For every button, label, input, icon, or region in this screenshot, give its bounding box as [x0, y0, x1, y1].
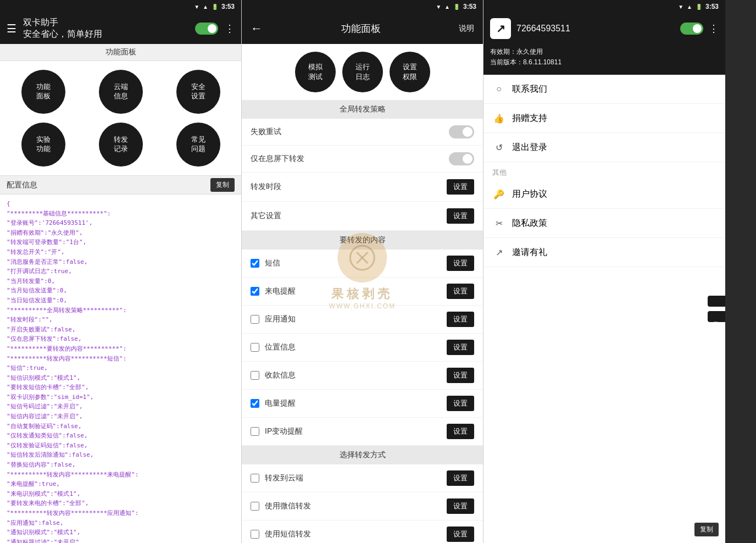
- location-checkbox[interactable]: [251, 343, 259, 352]
- contact-icon: ○: [492, 82, 505, 96]
- signal-icon-3: ▼: [678, 4, 683, 10]
- user-agreement-icon: 🔑: [492, 187, 505, 201]
- wifi-icon-2: ▲: [444, 4, 450, 10]
- p3-info-block: 有效期：永久使用 当前版本：8.6.11.10811: [483, 44, 725, 75]
- time-period-set-btn[interactable]: 设置: [447, 179, 474, 195]
- time-2: 3:53: [463, 3, 476, 10]
- sms-checkbox[interactable]: [251, 259, 259, 268]
- wechat-checkbox[interactable]: [251, 502, 259, 511]
- faq-btn[interactable]: 常见问题: [176, 123, 220, 167]
- function-icon-grid: 功能面板 云端信息 安全设置 实验功能 转发记录 常见问题: [0, 61, 241, 175]
- section-global-strategy: 全局转发策略: [242, 100, 483, 119]
- battery-checkbox[interactable]: [251, 399, 259, 408]
- contact-label: 联系我们: [512, 84, 547, 95]
- security-settings-btn[interactable]: 安全设置: [176, 70, 220, 114]
- invite-label: 邀请有礼: [512, 247, 547, 258]
- check-battery: 电量提醒 设置: [242, 390, 483, 418]
- logout-label: 退出登录: [512, 142, 547, 153]
- privacy-label: 隐私政策: [512, 218, 547, 229]
- invite-icon: ↗: [492, 246, 505, 259]
- panel-2: ▼ ▲ 🔋 3:53 ← 功能面板 说明 模拟测试 运行日志 设置权限 全局转发…: [242, 0, 483, 543]
- header-dots-icon[interactable]: ⋮: [225, 23, 235, 35]
- p3-menu: ○ 联系我们 👍 捐赠支持 ↺ 退出登录 其他 🔑 用户协议 ✂ 隐私政策 ↗ …: [483, 75, 725, 543]
- location-set-btn[interactable]: 设置: [447, 340, 474, 355]
- experimental-btn[interactable]: 实验功能: [21, 123, 65, 167]
- panel-3: ▼ ▲ 🔋 3:53 ↗ 72664593511 ⋮ 有效期：永久使用 当前版本…: [483, 0, 725, 543]
- notification-label: 应用通知: [265, 314, 447, 324]
- p3-app-logo: ↗: [490, 18, 511, 39]
- sms-forward-set-btn[interactable]: 设置: [447, 527, 474, 542]
- call-set-btn[interactable]: 设置: [447, 284, 474, 299]
- back-icon[interactable]: ←: [251, 21, 263, 36]
- p3-copy-button[interactable]: 复制: [694, 523, 719, 536]
- ip-set-btn[interactable]: 设置: [447, 424, 474, 439]
- call-label: 来电提醒: [265, 286, 447, 296]
- func-panel-btn[interactable]: 功能面板: [21, 70, 65, 114]
- p3-dots-icon[interactable]: ⋮: [709, 23, 719, 35]
- battery-icon-3: 🔋: [696, 4, 702, 10]
- check-sms: 短信 设置: [242, 250, 483, 278]
- cloud-label: 转发到云端: [265, 473, 447, 483]
- tabs-row: 模拟测试 运行日志 设置权限: [242, 44, 483, 100]
- donate-icon: 👍: [492, 112, 505, 125]
- signal-icon: ▼: [194, 4, 199, 10]
- status-bar-2: ▼ ▲ 🔋 3:53: [242, 0, 483, 13]
- sms-forward-checkbox[interactable]: [251, 530, 259, 539]
- menu-icon[interactable]: ☰: [7, 22, 16, 35]
- ip-label: IP变动提醒: [265, 426, 447, 436]
- other-set-btn[interactable]: 设置: [447, 208, 474, 224]
- menu-invite[interactable]: ↗ 邀请有礼: [483, 238, 725, 267]
- explain-btn[interactable]: 说明: [459, 24, 474, 34]
- forward-record-btn[interactable]: 转发记录: [99, 123, 143, 167]
- location-label: 位置信息: [265, 342, 447, 352]
- section-content: 要转发的内容: [242, 231, 483, 250]
- time-1: 3:53: [221, 3, 235, 10]
- check-ip: IP变动提醒 设置: [242, 418, 483, 446]
- wifi-icon-3: ▲: [687, 4, 692, 10]
- check-sms-forward: 使用短信转发 设置: [242, 520, 483, 543]
- panel-1: ▼ ▲ 🔋 3:53 ☰ 双卡助手 安全省心，简单好用 ⋮ 功能面板 功能面板 …: [0, 0, 242, 543]
- p2-content: 全局转发策略 失败重试 仅在息屏下转发 转发时段 设置 其它设置 设置 要转发的…: [242, 100, 483, 543]
- app-title: 双卡助手: [23, 17, 188, 29]
- side-security-btn[interactable]: 安全设置: [708, 296, 725, 307]
- cloud-set-btn[interactable]: 设置: [447, 470, 474, 486]
- menu-user-agreement[interactable]: 🔑 用户协议: [483, 180, 725, 209]
- main-toggle[interactable]: [195, 23, 218, 35]
- check-wechat: 使用微信转发 设置: [242, 492, 483, 520]
- sms-set-btn[interactable]: 设置: [447, 256, 474, 271]
- cloud-checkbox[interactable]: [251, 474, 259, 483]
- notification-set-btn[interactable]: 设置: [447, 312, 474, 327]
- battery-set-btn[interactable]: 设置: [447, 396, 474, 411]
- screen-off-label: 仅在息屏下转发: [251, 154, 449, 164]
- signal-icon-2: ▼: [436, 4, 441, 10]
- menu-privacy[interactable]: ✂ 隐私政策: [483, 209, 725, 238]
- tab-set-permissions[interactable]: 设置权限: [390, 52, 430, 92]
- logout-icon: ↺: [492, 141, 505, 154]
- screen-off-toggle[interactable]: [449, 152, 474, 165]
- wechat-label: 使用微信转发: [265, 501, 447, 511]
- wechat-set-btn[interactable]: 设置: [447, 498, 474, 514]
- check-call: 来电提醒 设置: [242, 278, 483, 306]
- config-section-header: 配置信息 复制: [0, 175, 241, 195]
- call-checkbox[interactable]: [251, 287, 259, 296]
- side-faq-btn[interactable]: 常见问题: [708, 311, 725, 322]
- p3-toggle[interactable]: [680, 23, 703, 35]
- validity-label: 有效期：永久使用: [490, 47, 719, 57]
- menu-contact[interactable]: ○ 联系我们: [483, 75, 725, 104]
- tab-simulate-test[interactable]: 模拟测试: [295, 52, 336, 92]
- time-period-label: 转发时段: [251, 182, 447, 192]
- p2-title: 功能面板: [269, 22, 452, 35]
- retry-toggle[interactable]: [449, 125, 474, 138]
- payment-set-btn[interactable]: 设置: [447, 368, 474, 383]
- cloud-info-btn[interactable]: 云端信息: [99, 70, 143, 114]
- menu-logout[interactable]: ↺ 退出登录: [483, 133, 725, 162]
- sms-forward-label: 使用短信转发: [265, 529, 447, 539]
- ip-checkbox[interactable]: [251, 427, 259, 436]
- setting-screen-off: 仅在息屏下转发: [242, 146, 483, 173]
- menu-donate[interactable]: 👍 捐赠支持: [483, 104, 725, 133]
- payment-checkbox[interactable]: [251, 371, 259, 380]
- config-text-area: { "*********基础信息**********": "登录账号":'726…: [0, 195, 241, 543]
- config-copy-button[interactable]: 复制: [210, 178, 235, 192]
- tab-run-log[interactable]: 运行日志: [342, 52, 383, 92]
- notification-checkbox[interactable]: [251, 315, 259, 324]
